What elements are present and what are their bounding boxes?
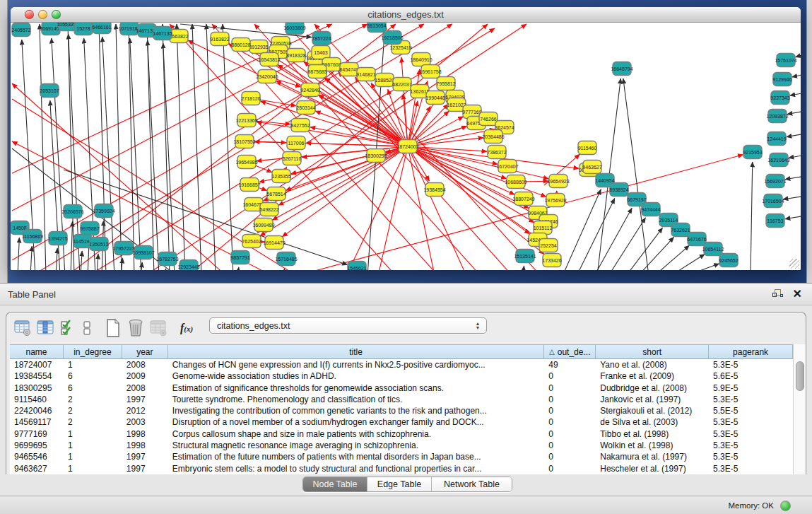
graph-node[interactable]: 1545621 (347, 262, 366, 271)
table-row[interactable]: 977716911998Corpus callosum shape and si… (10, 428, 793, 440)
graph-node[interactable]: 1244419 (767, 132, 786, 146)
graph-node[interactable]: 10958107 (132, 246, 154, 259)
graph-node[interactable]: 20206576 (61, 205, 83, 218)
graph-node[interactable]: 7386372 (487, 146, 506, 159)
graph-edge[interactable] (751, 162, 753, 270)
table-row[interactable]: 1456911722003Disruption of a novel membe… (10, 416, 793, 428)
graph-node[interactable]: 10654112 (702, 243, 724, 256)
table-settings-icon[interactable] (13, 319, 32, 337)
graph-edge[interactable] (577, 199, 615, 270)
graph-node[interactable]: 9146821 (356, 68, 375, 81)
float-panel-icon[interactable] (772, 289, 783, 299)
graph-edge[interactable] (116, 24, 122, 270)
graph-node[interactable]: 9242848 (300, 83, 319, 97)
graph-node[interactable]: 7955812 (436, 77, 455, 90)
graph-node[interactable]: 2803144 (296, 101, 315, 115)
column-header-in_degree[interactable]: in_degree (64, 344, 122, 359)
close-window-icon[interactable] (25, 10, 34, 19)
graph-node[interactable]: 6822037 (392, 78, 411, 91)
graph-edge[interactable] (102, 37, 114, 270)
graph-node[interactable]: 1733426 (542, 254, 561, 267)
graph-node[interactable]: 9215953 (743, 146, 762, 159)
graph-node[interactable]: 15135141 (514, 250, 536, 263)
graph-node[interactable]: 18300295 (365, 149, 387, 163)
graph-node[interactable]: 7625402 (242, 235, 261, 248)
table-row[interactable]: 946362711997Embryonic stem cells: a mode… (10, 463, 793, 474)
network-canvas[interactable]: 1872400722260538982750589129358860128916… (11, 23, 801, 270)
graph-node[interactable]: 17957223 (112, 242, 134, 255)
tab-edge-table[interactable]: Edge Table (367, 477, 432, 491)
graph-node[interactable]: 16543812 (258, 53, 280, 66)
graph-node[interactable]: 23420046 (256, 70, 278, 83)
network-window[interactable]: citations_edges.txt 18724007222605389827… (11, 7, 801, 270)
table-selector-dropdown[interactable]: citations_edges.txt ▲▼ (209, 317, 487, 334)
graph-node[interactable]: 9875685 (307, 65, 326, 78)
graph-edge[interactable] (792, 75, 801, 77)
graph-node[interactable]: 2053107 (40, 84, 59, 98)
table-row[interactable]: 1938455462009Genome-wide association stu… (10, 370, 793, 382)
function-builder-icon[interactable]: f(x) (180, 322, 193, 334)
graph-edge[interactable] (563, 189, 601, 270)
graph-edge[interactable] (237, 267, 239, 270)
graph-node[interactable]: 1015112 (534, 221, 553, 235)
graph-node[interactable]: 9129946 (772, 73, 792, 86)
graph-node[interactable]: 1990448 (425, 91, 445, 105)
graph-edge[interactable] (523, 266, 524, 270)
graph-node[interactable]: 9163822 (210, 33, 229, 46)
graph-node[interactable]: 8938924 (609, 183, 628, 197)
graph-node[interactable]: 18640910 (410, 53, 432, 66)
graph-edge[interactable] (367, 24, 385, 270)
graph-edge[interactable] (170, 24, 396, 270)
graph-node[interactable]: 16210643 (767, 153, 789, 167)
graph-node[interactable]: 116753 (766, 214, 784, 228)
graph-node[interactable]: 5267110 (283, 152, 302, 165)
column-header-pagerank[interactable]: pagerank (709, 344, 793, 359)
tab-network-table[interactable]: Network Table (432, 477, 512, 491)
right-panel-edge[interactable] (806, 0, 812, 283)
graph-node[interactable]: 1588520 (375, 74, 394, 87)
graph-edge[interactable] (594, 208, 632, 270)
graph-node[interactable]: 9857791 (230, 251, 249, 264)
merge-tables-icon[interactable] (81, 319, 93, 337)
node-table[interactable]: namein_degreeyeartitle△out_de...shortpag… (10, 344, 793, 474)
graph-edge[interactable] (795, 55, 801, 57)
graph-node[interactable]: 16099489 (252, 218, 274, 232)
graph-node[interactable]: 1394275 (48, 232, 67, 245)
graph-edge[interactable] (787, 134, 801, 137)
memory-status-indicator[interactable] (780, 501, 791, 511)
graph-node[interactable]: 19654985 (235, 156, 257, 169)
graph-node[interactable]: 16782753 (156, 252, 178, 266)
graph-node[interactable]: 6466161 (92, 23, 111, 34)
graph-edge[interactable] (401, 57, 408, 146)
graph-edge[interactable] (783, 197, 801, 199)
graph-node[interactable]: 18724007 (396, 140, 418, 153)
graph-edge[interactable] (192, 24, 201, 270)
graph-edge[interactable] (785, 216, 801, 219)
table-row[interactable]: 969969511998Structural magnetic resonanc… (10, 440, 793, 451)
new-table-icon[interactable] (104, 319, 122, 337)
graph-node[interactable]: 11156869 (22, 230, 43, 243)
graph-node[interactable]: 19756928 (544, 194, 566, 207)
graph-node[interactable]: 9227343 (770, 91, 789, 105)
graph-edge[interactable] (71, 221, 73, 270)
column-header-year[interactable]: year (122, 344, 168, 359)
column-settings-icon[interactable] (36, 319, 54, 337)
graph-edge[interactable] (18, 238, 19, 270)
graph-edge[interactable] (81, 251, 82, 270)
graph-node[interactable]: 19384554 (423, 183, 445, 197)
table-row[interactable]: 2242004622012Investigating the contribut… (10, 405, 793, 416)
graph-node[interactable]: 10688609 (505, 175, 526, 189)
graph-node[interactable]: 1467135 (153, 27, 172, 40)
graph-node[interactable]: 252254 (539, 239, 558, 252)
graph-edge[interactable] (283, 269, 285, 270)
graph-node[interactable]: 16720407 (496, 160, 518, 173)
table-scrollbar[interactable] (793, 344, 806, 474)
graph-edge[interactable] (638, 237, 674, 270)
graph-node[interactable]: 9975887 (80, 222, 99, 235)
graph-node[interactable]: 8860128 (231, 38, 250, 52)
left-panel-edge[interactable] (0, 0, 8, 283)
graph-node[interactable]: 7857224 (312, 32, 331, 45)
graph-node[interactable]: 15463 (312, 46, 330, 59)
graph-node[interactable]: 12213369 (235, 114, 257, 127)
graph-edge[interactable] (97, 254, 98, 270)
